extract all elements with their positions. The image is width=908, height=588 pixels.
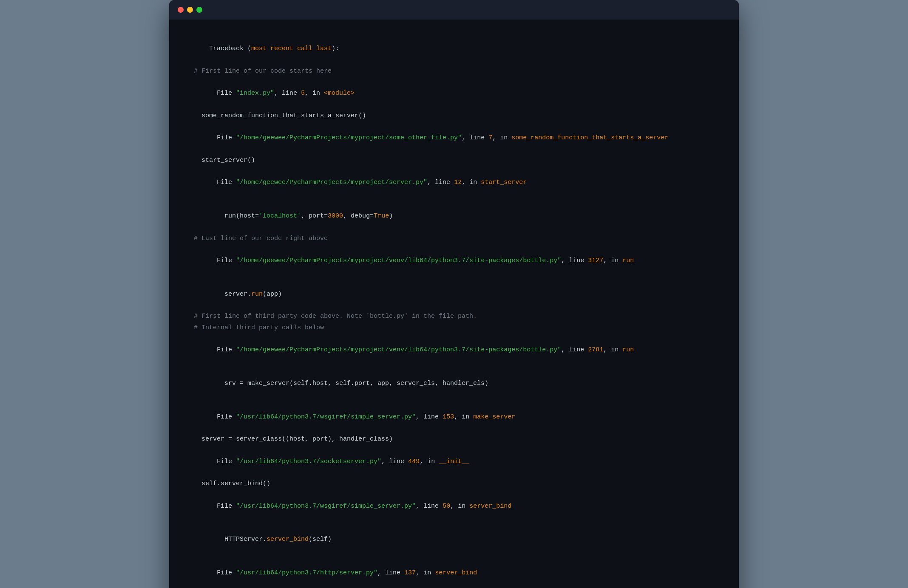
- line-comment-2: # Last line of our code right above: [186, 233, 722, 244]
- line-code-3: run(host='localhost', port=3000, debug=T…: [186, 200, 722, 233]
- terminal-window: Traceback (most recent call last): # Fir…: [169, 0, 739, 588]
- line-code-6: server = server_class((host, port), hand…: [186, 434, 722, 445]
- line-file-4: File "/home/geewee/PycharmProjects/mypro…: [186, 244, 722, 278]
- titlebar: [169, 0, 739, 20]
- line-traceback-header: Traceback (most recent call last):: [186, 32, 722, 66]
- line-file-2: File "/home/geewee/PycharmProjects/mypro…: [186, 122, 722, 155]
- line-comment-1: # First line of our code starts here: [186, 66, 722, 77]
- line-code-7: self.server_bind(): [186, 478, 722, 489]
- line-code-2: start_server(): [186, 155, 722, 166]
- line-file-5: File "/home/geewee/PycharmProjects/mypro…: [186, 334, 722, 367]
- minimize-button[interactable]: [187, 7, 193, 13]
- line-code-8: HTTPServer.server_bind(self): [186, 523, 722, 557]
- line-file-1: File "index.py", line 5, in <module>: [186, 77, 722, 110]
- line-file-7: File "/usr/lib64/python3.7/socketserver.…: [186, 445, 722, 478]
- line-file-3: File "/home/geewee/PycharmProjects/mypro…: [186, 166, 722, 200]
- line-code-4: server.run(app): [186, 278, 722, 311]
- maximize-button[interactable]: [196, 7, 202, 13]
- terminal-body: Traceback (most recent call last): # Fir…: [169, 20, 739, 588]
- close-button[interactable]: [178, 7, 184, 13]
- line-code-5: srv = make_server(self.host, self.port, …: [186, 367, 722, 401]
- line-file-6: File "/usr/lib64/python3.7/wsgiref/simpl…: [186, 400, 722, 434]
- line-file-8: File "/usr/lib64/python3.7/wsgiref/simpl…: [186, 489, 722, 523]
- line-code-1: some_random_function_that_starts_a_serve…: [186, 110, 722, 122]
- line-comment-3: # First line of third party code above. …: [186, 311, 722, 322]
- line-file-9: File "/usr/lib64/python3.7/http/server.p…: [186, 557, 722, 588]
- line-comment-4: # Internal third party calls below: [186, 322, 722, 334]
